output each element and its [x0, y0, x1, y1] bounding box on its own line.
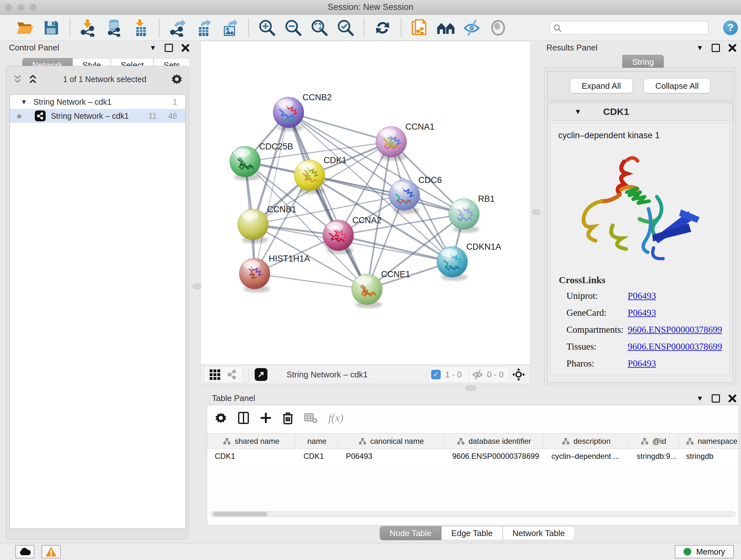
detach-view-button[interactable] [255, 368, 267, 381]
node-label: HIST1H1A [269, 254, 310, 263]
network-collection-row[interactable]: ▼ String Network – cdk1 1 [10, 95, 185, 109]
graphics-details-button[interactable] [225, 367, 239, 382]
zoom-fit-button[interactable] [310, 18, 329, 38]
hidden-eye-slash-icon[interactable] [472, 369, 484, 380]
new-network-from-selection-button[interactable] [410, 18, 429, 38]
save-session-button[interactable] [42, 18, 61, 38]
network-node-hist1h1a[interactable]: HIST1H1A [239, 254, 310, 293]
window-minimize-button[interactable] [17, 4, 24, 11]
table-cell[interactable]: stringdb:9... [629, 449, 678, 463]
cloud-status-button[interactable] [15, 545, 35, 558]
warnings-button[interactable] [42, 545, 61, 558]
tab-edge-table[interactable]: Edge Table [441, 526, 502, 540]
column-header-canonical-name[interactable]: canonical name [338, 434, 445, 449]
column-header-shared-name[interactable]: shared name [207, 434, 296, 449]
show-all-button[interactable] [488, 18, 508, 38]
panel-close-icon[interactable] [181, 44, 190, 52]
delete-column-icon[interactable] [282, 412, 293, 424]
zoom-selected-button[interactable] [336, 18, 355, 38]
expand-all-icon[interactable] [27, 74, 38, 84]
table-cell[interactable]: cyclin–dependent ... [544, 449, 629, 463]
import-network-database-button[interactable] [105, 18, 125, 38]
memory-button[interactable]: Memory [675, 545, 734, 558]
table-cell[interactable]: CDK1 [296, 449, 338, 463]
panel-close-icon[interactable] [728, 394, 737, 402]
table-cell[interactable]: P06493 [338, 449, 445, 463]
column-header-description[interactable]: description [544, 434, 629, 449]
network-node-ccna2[interactable]: CCNA2 [323, 215, 382, 254]
crosslink-value-link[interactable]: P06493 [628, 291, 656, 301]
column-header-name[interactable]: name [296, 434, 338, 449]
import-network-file-button[interactable] [78, 18, 98, 38]
column-header-database-identifier[interactable]: database identifier [445, 434, 544, 449]
table-horizontal-scrollbar[interactable] [210, 511, 736, 517]
network-node-rb1[interactable]: RB1 [449, 194, 495, 233]
network-node-cdc6[interactable]: CDC6 [389, 175, 442, 214]
network-node-ccne1[interactable]: CCNE1 [352, 269, 410, 308]
panel-close-icon[interactable] [728, 44, 737, 52]
tab-node-table[interactable]: Node Table [380, 526, 441, 540]
birdseye-nav-button[interactable] [512, 368, 526, 381]
panel-float-icon[interactable] [712, 44, 720, 52]
panel-menu-caret-icon[interactable]: ▼ [149, 44, 156, 52]
window-close-button[interactable] [5, 4, 12, 11]
network-canvas[interactable]: CCNB2CCNA1CDC25BCDK1CDC6RB1CCNB1CCNA2CDK… [200, 41, 530, 365]
window-zoom-button[interactable] [30, 4, 37, 11]
network-edge[interactable] [255, 112, 288, 273]
network-node-ccnb1[interactable]: CCNB1 [238, 205, 296, 243]
table-cell[interactable]: stringdb [678, 449, 739, 463]
export-network-button[interactable] [168, 18, 188, 38]
gear-icon[interactable] [171, 73, 183, 85]
export-table-button[interactable] [194, 18, 214, 38]
hide-selected-button[interactable] [462, 18, 482, 38]
panel-menu-caret-icon[interactable]: ▼ [696, 44, 703, 52]
network-graph[interactable]: CCNB2CCNA1CDC25BCDK1CDC6RB1CCNB1CCNA2CDK… [201, 41, 530, 365]
add-column-icon[interactable] [260, 412, 272, 424]
zoom-in-button[interactable] [257, 18, 277, 38]
crosslink-value-link[interactable]: 9606.ENSP00000378699 [628, 324, 722, 335]
tab-string[interactable]: String [622, 55, 664, 69]
panel-menu-caret-icon[interactable]: ▼ [696, 394, 703, 402]
import-table-button[interactable] [131, 18, 151, 38]
table-cell[interactable]: CDK1 [207, 449, 296, 463]
first-neighbors-button[interactable] [436, 18, 456, 38]
crosslink-value-link[interactable]: 9606.ENSP00000378699 [628, 341, 722, 352]
apply-layout-button[interactable] [373, 18, 393, 38]
network-node-cdk1[interactable]: CDK1 [294, 155, 347, 194]
collapse-all-icon[interactable] [12, 74, 23, 84]
table-cell[interactable]: 9606.ENSP00000378699 [445, 449, 544, 463]
panel-float-icon[interactable] [165, 44, 173, 52]
collapse-all-button[interactable]: Collapse All [644, 78, 711, 93]
show-columns-icon[interactable] [238, 412, 249, 424]
gear-icon[interactable] [215, 412, 227, 424]
network-node-cdkn1a[interactable]: CDKN1A [437, 242, 501, 281]
left-splitter-handle[interactable] [192, 284, 201, 289]
scrollbar-thumb[interactable] [213, 512, 267, 516]
help-button[interactable]: ? [723, 20, 738, 35]
gene-collapse-caret-icon[interactable]: ▼ [575, 108, 582, 116]
gene-section-header[interactable]: ▼ CDK1 [548, 103, 733, 121]
eye-icon [490, 20, 506, 36]
zoom-out-button[interactable] [283, 18, 303, 38]
network-edge[interactable] [255, 273, 367, 289]
table-panel-header: Table Panel ▼ [212, 393, 737, 403]
panel-float-icon[interactable] [712, 394, 720, 402]
tab-network-table[interactable]: Network Table [502, 526, 575, 540]
crosslink-label: Pharos: [566, 358, 628, 369]
open-file-button[interactable] [15, 18, 35, 38]
table-row[interactable]: CDK1CDK1P064939606.ENSP00000378699cyclin… [207, 449, 739, 463]
export-image-button[interactable] [220, 18, 240, 38]
selected-checkbox-icon[interactable]: ✓ [431, 370, 441, 379]
crosslink-value-link[interactable]: P06493 [628, 358, 656, 369]
column-header-@id[interactable]: @id [629, 434, 678, 449]
node-label: CDKN1A [466, 242, 501, 252]
tree-expand-caret-icon[interactable]: ▼ [21, 98, 27, 106]
right-splitter-handle[interactable] [532, 210, 541, 215]
network-row-selected[interactable]: ● String Network – cdk1 11 48 [10, 109, 185, 123]
search-input[interactable] [549, 21, 709, 35]
column-header-namespace[interactable]: namespace [678, 434, 739, 449]
grid-view-toggle-button[interactable] [207, 367, 222, 382]
horizontal-splitter-handle[interactable] [465, 386, 476, 391]
crosslink-value-link[interactable]: P06493 [628, 307, 656, 318]
expand-all-button[interactable]: Expand All [570, 78, 633, 93]
